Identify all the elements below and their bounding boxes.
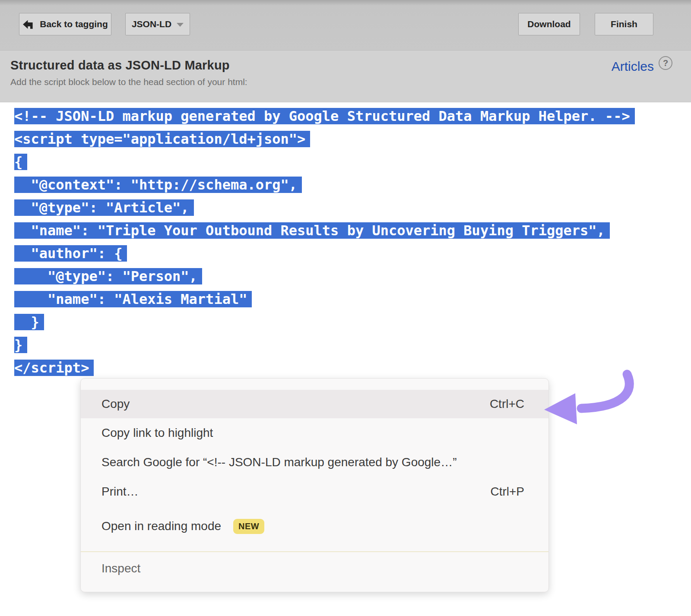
selected-code-text: </script> [14,360,94,376]
menu-item-label: Print… [101,485,139,499]
menu-item-copy[interactable]: CopyCtrl+C [81,390,548,418]
page-subtitle: Add the script block below to the head s… [10,77,247,87]
page-title: Structured data as JSON-LD Markup [10,58,247,73]
code-line: "@context": "http://schema.org", [14,174,691,196]
code-block[interactable]: <!-- JSON-LD markup generated by Google … [0,102,691,379]
selected-code-text: "@type": "Person", [14,268,202,284]
selected-code-text: <!-- JSON-LD markup generated by Google … [14,108,635,124]
menu-item-copy-link-to-highlight[interactable]: Copy link to highlight [81,418,548,448]
back-arrow-icon [22,19,34,30]
format-dropdown-label: JSON-LD [132,19,171,29]
new-badge: NEW [233,519,264,534]
selected-code-text: } [14,314,44,330]
code-line: "name": "Alexis Martial" [14,288,691,311]
articles-link-group: Articles ? [612,58,672,102]
code-line: </script> [14,357,691,379]
help-icon[interactable]: ? [659,56,672,70]
download-button-label: Download [527,19,571,29]
header-text-block: Structured data as JSON-LD Markup Add th… [10,58,247,102]
back-to-tagging-button[interactable]: Back to tagging [19,13,111,35]
menu-item-inspect[interactable]: Inspect [81,552,548,585]
code-line: <!-- JSON-LD markup generated by Google … [14,105,691,128]
format-dropdown[interactable]: JSON-LD [125,13,190,35]
selected-code-text: <script type="application/ld+json"> [14,131,310,147]
context-menu: CopyCtrl+CCopy link to highlightSearch G… [80,378,549,592]
page: { "toolbar": { "back_label": "Back to ta… [0,0,691,616]
menu-item-label: Copy [101,397,130,411]
menu-item-print[interactable]: Print…Ctrl+P [81,477,548,506]
selected-code-text: "@type": "Article", [14,199,194,216]
top-toolbar: Back to tagging JSON-LD Download Finish [0,0,691,51]
selected-code-text: "author": { [14,245,127,262]
back-button-label: Back to tagging [40,19,108,29]
selected-code-text: "@context": "http://schema.org", [14,177,302,193]
menu-item-open-in-reading-mode[interactable]: Open in reading modeNEW [81,512,548,541]
code-line: } [14,311,691,334]
code-line: "@type": "Article", [14,196,691,219]
menu-item-search-google[interactable]: Search Google for “<!-- JSON-LD markup g… [81,448,548,477]
selected-code-text: { [14,154,27,170]
code-line: { [14,151,691,174]
chevron-down-icon [177,23,184,27]
menu-item-label: Copy link to highlight [101,426,213,440]
code-line: "author": { [14,242,691,265]
menu-item-label: Inspect [101,562,140,575]
code-line: "name": "Triple Your Outbound Results by… [14,219,691,242]
download-button[interactable]: Download [518,13,580,35]
selected-code-text: } [14,337,27,353]
menu-item-label: Search Google for “<!-- JSON-LD markup g… [101,455,456,469]
code-line: <script type="application/ld+json"> [14,128,691,151]
code-line: "@type": "Person", [14,265,691,288]
menu-item-shortcut: Ctrl+P [490,485,524,499]
header-band: Structured data as JSON-LD Markup Add th… [0,51,691,102]
content-area: <!-- JSON-LD markup generated by Google … [0,102,691,615]
selected-code-text: "name": "Alexis Martial" [14,291,252,307]
articles-link[interactable]: Articles [612,59,654,74]
menu-item-label: Open in reading mode [101,519,221,533]
code-line: } [14,334,691,357]
finish-button-label: Finish [611,19,637,29]
selected-code-text: "name": "Triple Your Outbound Results by… [14,222,610,239]
menu-item-shortcut: Ctrl+C [490,397,524,411]
finish-button[interactable]: Finish [595,13,653,35]
